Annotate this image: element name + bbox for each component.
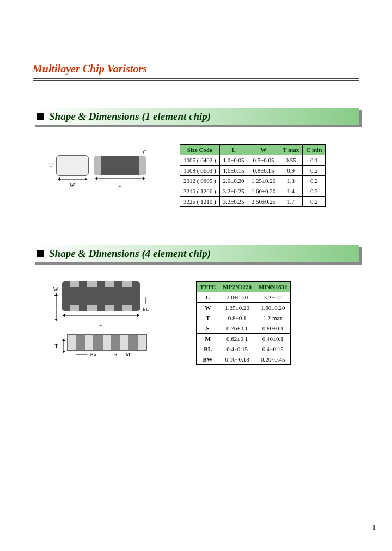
table-cell: 1.6±0.15 bbox=[219, 166, 248, 176]
table-cell: 0.4~0.15 bbox=[219, 344, 255, 354]
table-cell: W bbox=[197, 303, 219, 313]
table-cell: 3225 ( 1210 ) bbox=[180, 197, 220, 207]
bullet-icon bbox=[37, 113, 44, 120]
table-cell: 3.2±0.2 bbox=[255, 292, 291, 303]
page: Multilayer Chip Varistors Shape & Dimens… bbox=[0, 0, 392, 551]
table-cell: 3.2±0.25 bbox=[219, 197, 248, 207]
table-cell: 0.40±0.1 bbox=[255, 334, 291, 344]
table-cell: M bbox=[197, 334, 219, 344]
table-cell: 2012 ( 0805 ) bbox=[180, 176, 220, 186]
table-cell: 1.4 bbox=[279, 186, 303, 197]
table-cell: 0.55 bbox=[279, 155, 303, 166]
dim-arrow-l bbox=[94, 175, 146, 182]
dim-arrow-w2 bbox=[53, 292, 59, 322]
section-1-heading: Shape & Dimensions (1 element chip) bbox=[49, 111, 211, 123]
table-cell: 3.2±0.25 bbox=[219, 186, 248, 197]
bullet-icon bbox=[37, 250, 44, 257]
dim-label-m: M bbox=[126, 352, 130, 357]
table-cell: 0.76±0.1 bbox=[219, 323, 255, 334]
section-header-2: Shape & Dimensions (4 element chip) bbox=[33, 245, 359, 262]
table-cell: 3216 ( 1206 ) bbox=[180, 186, 220, 197]
table-row: 1005 ( 0402 )1.0±0.050.5±0.050.550.1 bbox=[180, 155, 326, 166]
table-cell: 0.80±0.1 bbox=[255, 323, 291, 334]
table-cell: 1.60±0.20 bbox=[248, 186, 279, 197]
dim-arrow-t2 bbox=[60, 338, 67, 354]
dim-arrow-bw bbox=[75, 352, 87, 357]
dim-label-bl: BL bbox=[143, 307, 149, 312]
table-header: T max bbox=[279, 145, 303, 155]
dim-label-t: T bbox=[50, 162, 53, 168]
footer-rule bbox=[33, 519, 359, 521]
page-number: 1 bbox=[372, 524, 376, 532]
table-row: 2012 ( 0805 )2.0±0.201.25±0.201.30.2 bbox=[180, 176, 326, 186]
dim-label-w2: W bbox=[53, 286, 58, 292]
table-row: W1.25±0.201.60±0.20 bbox=[197, 303, 291, 313]
table-cell: T bbox=[197, 313, 219, 323]
table-cell: 0.5±0.05 bbox=[248, 155, 279, 166]
dim-label-c: C bbox=[143, 149, 147, 155]
table-cell: BW bbox=[197, 354, 219, 365]
table-header: W bbox=[248, 145, 279, 155]
table-cell: 2.50±0.25 bbox=[248, 197, 279, 207]
table-header: L bbox=[219, 145, 248, 155]
table-header: MP2N1220 bbox=[219, 282, 255, 292]
chip-4-diagram: W bbox=[33, 281, 169, 357]
dim-label-l2: L bbox=[62, 321, 140, 327]
document-title: Multilayer Chip Varistors bbox=[33, 0, 359, 75]
table-cell: 1.0±0.05 bbox=[219, 155, 248, 166]
table-cell: 2.0±0.20 bbox=[219, 292, 255, 303]
table-header: Size Code bbox=[180, 145, 220, 155]
table-cell: 0.8±0.1 bbox=[219, 313, 255, 323]
table-header: MP4N1632 bbox=[255, 282, 291, 292]
dimensions-table-1: Size CodeLWT maxC min 1005 ( 0402 )1.0±0… bbox=[180, 144, 326, 207]
table-cell: 1.7 bbox=[279, 197, 303, 207]
table-cell: 0.2 bbox=[303, 197, 326, 207]
table-row: BW0.10~0.180.20~0.45 bbox=[197, 354, 291, 365]
dim-arrow-w bbox=[57, 176, 88, 182]
table-cell: 1.2 max bbox=[255, 313, 291, 323]
table-header: C min bbox=[303, 145, 326, 155]
table-cell: 0.9 bbox=[279, 166, 303, 176]
dimensions-table-2: TYPEMP2N1220MP4N1632 L2.0±0.203.2±0.2W1.… bbox=[196, 281, 291, 365]
table-cell: 1608 ( 0603 ) bbox=[180, 166, 220, 176]
table-cell: 1.60±0.20 bbox=[255, 303, 291, 313]
table-cell: 0.10~0.18 bbox=[219, 354, 255, 365]
table-cell: BL bbox=[197, 344, 219, 354]
table-cell: 1.25±0.20 bbox=[248, 176, 279, 186]
table-cell: 0.8±0.15 bbox=[248, 166, 279, 176]
table-cell: L bbox=[197, 292, 219, 303]
title-rule bbox=[33, 78, 359, 81]
table-cell: 0.2 bbox=[303, 186, 326, 197]
section-2-heading: Shape & Dimensions (4 element chip) bbox=[49, 248, 211, 260]
table-cell: 0.2 bbox=[303, 176, 326, 186]
table-cell: 1005 ( 0402 ) bbox=[180, 155, 220, 166]
table-row: S0.76±0.10.80±0.1 bbox=[197, 323, 291, 334]
table-row: 1608 ( 0603 )1.6±0.150.8±0.150.90.2 bbox=[180, 166, 326, 176]
table-row: L2.0±0.203.2±0.2 bbox=[197, 292, 291, 303]
table-row: T0.8±0.11.2 max bbox=[197, 313, 291, 323]
table-row: BL0.4~0.150.4~0.15 bbox=[197, 344, 291, 354]
section-header-1: Shape & Dimensions (1 element chip) bbox=[33, 108, 359, 125]
table-cell: 2.0±0.20 bbox=[219, 176, 248, 186]
table-row: 3225 ( 1210 )3.2±0.252.50±0.251.70.2 bbox=[180, 197, 326, 207]
table-row: 3216 ( 1206 )3.2±0.251.60±0.201.40.2 bbox=[180, 186, 326, 197]
table-cell: 1.25±0.20 bbox=[219, 303, 255, 313]
dim-label-w: W bbox=[70, 182, 75, 188]
table-cell: 0.62±0.1 bbox=[219, 334, 255, 344]
dim-label-t2: T bbox=[54, 343, 58, 349]
dim-arrow-bl bbox=[143, 297, 149, 304]
table-cell: 0.2 bbox=[303, 166, 326, 176]
section-1-content: T W C L bbox=[33, 144, 359, 207]
dim-label-bw: Bw bbox=[90, 352, 97, 357]
table-cell: 0.20~0.45 bbox=[255, 354, 291, 365]
section-2-content: W bbox=[33, 281, 359, 365]
dim-label-s: S bbox=[114, 352, 117, 357]
table-cell: 0.4~0.15 bbox=[255, 344, 291, 354]
table-cell: S bbox=[197, 323, 219, 334]
dim-label-l: L bbox=[118, 182, 121, 188]
table-cell: 1.3 bbox=[279, 176, 303, 186]
table-row: M0.62±0.10.40±0.1 bbox=[197, 334, 291, 344]
chip-1-diagram: T W C L bbox=[33, 144, 169, 188]
table-cell: 0.1 bbox=[303, 155, 326, 166]
dim-arrow-l2 bbox=[62, 312, 140, 319]
